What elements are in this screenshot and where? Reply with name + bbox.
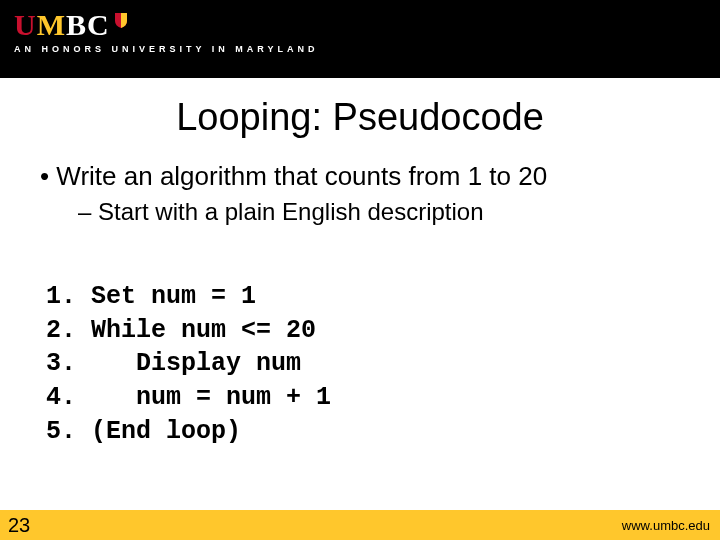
pseudocode-block: 1. Set num = 1 2. While num <= 20 3. Dis… [46, 246, 692, 482]
code-line-2: 2. While num <= 20 [46, 316, 316, 345]
code-line-1: 1. Set num = 1 [46, 282, 256, 311]
logo: UMBC [14, 10, 720, 40]
code-line-4: 4. num = num + 1 [46, 383, 331, 412]
page-number: 23 [0, 510, 38, 540]
logo-text: UMBC [14, 10, 110, 40]
logo-letter-b: B [66, 10, 87, 40]
content-area: Looping: Pseudocode Write an algorithm t… [0, 78, 720, 540]
tagline: AN HONORS UNIVERSITY IN MARYLAND [14, 44, 720, 54]
logo-letter-c: C [87, 10, 110, 40]
logo-letter-m: M [37, 10, 66, 40]
code-line-3: 3. Display num [46, 349, 301, 378]
code-line-5: 5. (End loop) [46, 417, 241, 446]
logo-letter-u: U [14, 10, 37, 40]
footer-bar: 23 www.umbc.edu [0, 510, 720, 540]
shield-icon [114, 12, 128, 28]
slide-title: Looping: Pseudocode [28, 96, 692, 139]
header-bar: UMBC AN HONORS UNIVERSITY IN MARYLAND [0, 0, 720, 78]
slide: UMBC AN HONORS UNIVERSITY IN MARYLAND Lo… [0, 0, 720, 540]
footer-url: www.umbc.edu [622, 518, 710, 533]
bullet-main: Write an algorithm that counts from 1 to… [40, 161, 692, 192]
bullet-sub: Start with a plain English description [78, 198, 692, 226]
